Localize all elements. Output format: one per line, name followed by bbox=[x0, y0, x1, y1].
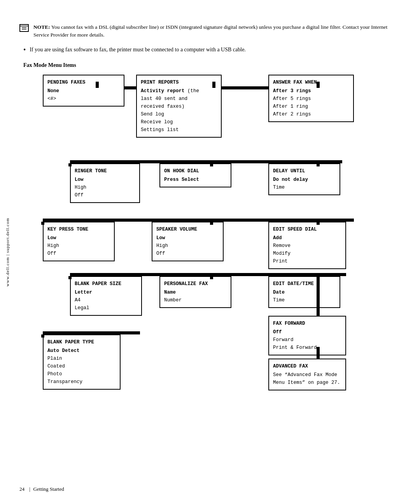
blank-paper-size-title: BLANK PAPER SIZE bbox=[75, 280, 137, 288]
box-on-hook-dial: ON HOOK DIAL Press Select bbox=[159, 163, 231, 187]
footer-text: Getting Started bbox=[33, 486, 64, 492]
connector-v-speaker bbox=[210, 222, 213, 225]
connector-h2 bbox=[70, 160, 342, 163]
blank-paper-size-selected: Letter bbox=[75, 290, 92, 295]
connector-v-pending bbox=[96, 82, 99, 88]
box-personalize-fax: PERSONALIZE FAX Name Number bbox=[159, 276, 231, 308]
print-reports-selected: Activity report bbox=[141, 88, 185, 94]
note-block: NOTE: You cannot fax with a DSL (digital… bbox=[19, 23, 404, 39]
blank-paper-type-selected: Auto Detect bbox=[47, 348, 80, 354]
key-press-tone-selected: Low bbox=[47, 235, 56, 241]
connector-v-ringer bbox=[68, 163, 72, 166]
speaker-volume-title: SPEAKER VOLUME bbox=[156, 226, 219, 233]
page-footer: 24 | Getting Started bbox=[19, 486, 404, 492]
delay-until-title: DELAY UNTIL bbox=[273, 167, 336, 175]
section-title: Fax Mode Menu Items bbox=[19, 62, 404, 68]
page-number: 24 bbox=[19, 486, 24, 492]
connector-v-editspeed bbox=[317, 222, 320, 225]
connector-v-faxforward bbox=[317, 279, 320, 316]
pending-faxes-selected: None bbox=[47, 88, 59, 94]
advanced-fax-text: See “Advanced Fax Mode Menu Items” on pa… bbox=[273, 372, 340, 385]
connector-v-answer bbox=[317, 82, 320, 88]
page-content: NOTE: You cannot fax with a DSL (digital… bbox=[19, 23, 404, 481]
on-hook-dial-title: ON HOOK DIAL bbox=[164, 167, 227, 175]
print-reports-title: PRINT REPORTS bbox=[141, 79, 217, 86]
fax-forward-selected: Off bbox=[273, 329, 282, 335]
connector-v-keypress bbox=[41, 222, 44, 225]
box-print-reports: PRINT REPORTS Activity report (the last … bbox=[136, 75, 222, 138]
box-key-press-tone: KEY PRESS TONE Low High Off bbox=[43, 222, 115, 261]
box-advanced-fax: ADVANCED FAX See “Advanced Fax Mode Menu… bbox=[268, 359, 346, 390]
pending-faxes-title: PENDING FAXES bbox=[47, 79, 120, 86]
box-delay-until: DELAY UNTIL Do not delay Time bbox=[268, 163, 340, 195]
connector-v-personfax bbox=[210, 276, 213, 279]
bullet-dot: • bbox=[23, 46, 26, 54]
connector-v-advfax bbox=[317, 347, 320, 359]
edit-date-time-title: EDIT DATE/TIME bbox=[273, 280, 336, 288]
connector-h5 bbox=[43, 331, 140, 334]
speaker-volume-selected: Low bbox=[156, 235, 165, 241]
edit-speed-dial-title: EDIT SPEED DIAL bbox=[273, 226, 341, 233]
on-hook-dial-selected: Press Select bbox=[164, 177, 199, 182]
key-press-tone-title: KEY PRESS TONE bbox=[47, 226, 110, 233]
menu-diagram: PENDING FAXES None <#> PRINT REPORTS Act… bbox=[19, 75, 404, 394]
bullet-item: • If you are using fax software to fax, … bbox=[19, 46, 404, 54]
note-icon bbox=[19, 24, 30, 33]
box-blank-paper-size: BLANK PAPER SIZE Letter A4 Legal bbox=[70, 276, 142, 316]
personalize-fax-title: PERSONALIZE FAX bbox=[164, 280, 227, 288]
edit-speed-dial-selected: Add bbox=[273, 235, 282, 241]
box-edit-speed-dial: EDIT SPEED DIAL Add Remove Modify Print bbox=[268, 222, 346, 269]
box-speaker-volume: SPEAKER VOLUME Low High Off bbox=[152, 222, 224, 261]
ringer-tone-selected: Low bbox=[75, 177, 84, 182]
side-text: www.dell.com | support.dell.com bbox=[0, 0, 15, 504]
connector-v-editdt bbox=[317, 276, 320, 279]
ringer-tone-title: RINGER TONE bbox=[75, 167, 135, 175]
connector-v-onhook bbox=[210, 163, 213, 166]
fax-forward-title: FAX FORWARD bbox=[273, 320, 341, 327]
box-answer-fax: ANSWER FAX WHEN After 3 rings After 5 ri… bbox=[268, 75, 354, 122]
box-ringer-tone: RINGER TONE Low High Off bbox=[70, 163, 140, 203]
connector-v-bpt bbox=[41, 334, 44, 338]
connector-v-bps bbox=[68, 276, 72, 279]
connector-v-print bbox=[212, 82, 215, 88]
advanced-fax-title: ADVANCED FAX bbox=[273, 362, 341, 370]
blank-paper-type-title: BLANK PAPER TYPE bbox=[47, 338, 116, 346]
connector-h3 bbox=[43, 219, 354, 222]
box-pending-faxes: PENDING FAXES None <#> bbox=[43, 75, 124, 107]
box-edit-date-time: EDIT DATE/TIME Date Time bbox=[268, 276, 340, 308]
svg-rect-0 bbox=[20, 24, 28, 32]
edit-date-time-selected: Date bbox=[273, 290, 285, 295]
connector-v-delay bbox=[317, 163, 320, 166]
bullet-text: If you are using fax software to fax, th… bbox=[30, 46, 246, 54]
pending-faxes-opt1: <#> bbox=[47, 96, 56, 102]
delay-until-selected: Do not delay bbox=[273, 177, 308, 182]
box-blank-paper-type: BLANK PAPER TYPE Auto Detect Plain Coate… bbox=[43, 334, 121, 390]
answer-fax-title: ANSWER FAX WHEN bbox=[273, 79, 349, 86]
footer-separator: | bbox=[29, 486, 30, 492]
note-text: NOTE: You cannot fax with a DSL (digital… bbox=[33, 23, 404, 39]
answer-fax-selected: After 3 rings bbox=[273, 88, 311, 94]
connector-h4 bbox=[70, 273, 346, 276]
box-fax-forward: FAX FORWARD Off Forward Print & Forward bbox=[268, 316, 346, 355]
personalize-fax-selected: Name bbox=[164, 290, 176, 295]
